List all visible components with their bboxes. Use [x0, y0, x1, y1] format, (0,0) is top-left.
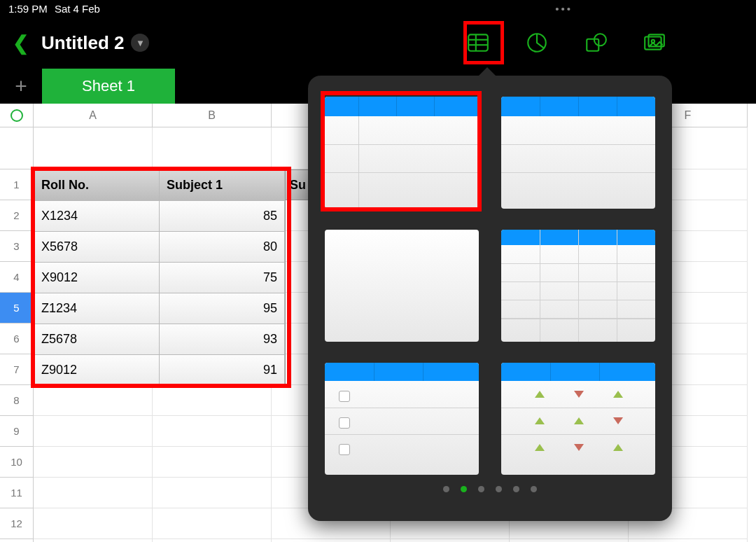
- app-header: ❮ Untitled 2 ▼: [0, 17, 756, 69]
- row-header[interactable]: 5: [0, 293, 34, 324]
- chart-icon[interactable]: [525, 31, 549, 55]
- back-button[interactable]: ❮: [13, 32, 29, 55]
- page-dot[interactable]: [496, 486, 502, 492]
- page-dot[interactable]: [443, 486, 449, 492]
- page-dot[interactable]: [513, 486, 519, 492]
- status-bar: 1:59 PM Sat 4 Feb •••: [0, 0, 756, 17]
- document-title-text: Untitled 2: [41, 32, 124, 54]
- grid-row: 13: [0, 539, 756, 542]
- table-style-option-6[interactable]: [501, 363, 655, 475]
- table-style-option-2[interactable]: [501, 97, 655, 209]
- sheet-tab-1[interactable]: Sheet 1: [42, 69, 175, 104]
- document-title[interactable]: Untitled 2 ▼: [41, 32, 149, 54]
- status-time: 1:59 PM: [8, 3, 48, 15]
- table-style-option-5[interactable]: [325, 363, 479, 475]
- page-dot-active[interactable]: [461, 486, 467, 492]
- table-style-option-3[interactable]: [325, 230, 479, 342]
- toolbar: [466, 31, 743, 55]
- page-dot[interactable]: [478, 486, 484, 492]
- status-date: Sat 4 Feb: [55, 3, 100, 15]
- chevron-down-icon[interactable]: ▼: [131, 34, 149, 52]
- row-header[interactable]: 10: [0, 447, 34, 478]
- highlight-box-toolbar: [463, 21, 504, 64]
- row-header[interactable]: 9: [0, 416, 34, 447]
- more-icon[interactable]: •••: [555, 3, 573, 15]
- column-header[interactable]: A: [34, 104, 153, 127]
- select-all-corner[interactable]: [0, 104, 34, 127]
- add-sheet-button[interactable]: +: [0, 69, 42, 104]
- shape-icon[interactable]: [584, 31, 608, 55]
- row-header[interactable]: 3: [0, 231, 34, 262]
- row-header[interactable]: 12: [0, 508, 34, 539]
- row-header[interactable]: 11: [0, 478, 34, 508]
- row-header[interactable]: 4: [0, 262, 34, 293]
- row-header[interactable]: 7: [0, 354, 34, 385]
- table-style-option-4[interactable]: [501, 230, 655, 342]
- page-indicator[interactable]: [325, 486, 655, 492]
- row-header[interactable]: 8: [0, 385, 34, 416]
- row-header[interactable]: [0, 127, 34, 169]
- row-header[interactable]: 13: [0, 539, 34, 542]
- page-dot[interactable]: [531, 486, 537, 492]
- column-header[interactable]: B: [153, 104, 272, 127]
- row-header[interactable]: 1: [0, 169, 34, 200]
- row-header[interactable]: 2: [0, 200, 34, 231]
- highlight-box-table: [31, 167, 291, 388]
- media-icon[interactable]: [643, 31, 666, 55]
- highlight-box-style: [321, 91, 482, 211]
- row-header[interactable]: 6: [0, 324, 34, 354]
- table-style-popover: [308, 76, 672, 521]
